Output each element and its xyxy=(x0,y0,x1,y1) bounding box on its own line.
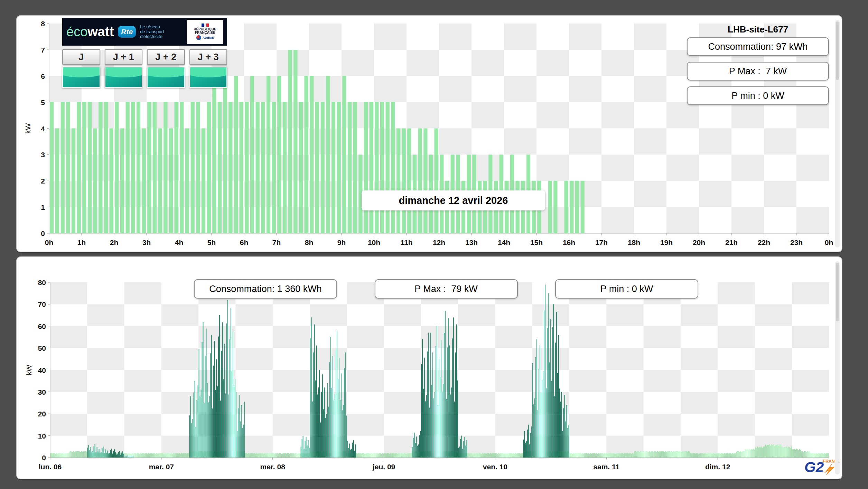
x-tick-label: 6h xyxy=(240,238,249,246)
x-tick-label: lun. 06 xyxy=(39,463,62,471)
x-tick-label: 0h xyxy=(45,238,54,246)
ademe-icon xyxy=(196,35,201,40)
scrollbar-top[interactable] xyxy=(835,20,840,247)
tab-j3[interactable]: J + 3 xyxy=(189,49,227,65)
y-tick-label: 40 xyxy=(38,366,46,374)
ecowatt-brand-eco: éco xyxy=(66,25,87,39)
scrollbar-thumb[interactable] xyxy=(836,263,839,321)
x-axis-labels: lun. 06mar. 07mer. 08jeu. 09ven. 10sam. … xyxy=(39,458,829,471)
checkerboard-grid xyxy=(50,282,829,458)
forecast-thumbnail-j1[interactable] xyxy=(105,67,143,88)
x-tick-label: 2h xyxy=(110,238,119,246)
x-tick-label: 7h xyxy=(272,238,281,246)
x-tick-label: 11h xyxy=(400,238,412,246)
y-tick-label: 8 xyxy=(41,20,45,28)
week-stat-consommation: Consommation: 1 360 kWh xyxy=(194,279,337,299)
y-axis-labels: 012345678 xyxy=(41,20,49,237)
x-tick-label: 0h xyxy=(825,238,833,246)
stat-pmax: P Max : 7 kW xyxy=(687,62,829,81)
ecowatt-brand: écowatt xyxy=(66,25,114,39)
x-tick-label: 23h xyxy=(790,238,803,246)
scrollbar-thumb[interactable] xyxy=(836,21,839,80)
lightning-icon xyxy=(824,463,836,476)
weekly-chart-panel: 01020304050607080lun. 06mar. 07mer. 08je… xyxy=(16,256,842,479)
y-axis-title: kW xyxy=(25,365,33,375)
y-axis-title: kW xyxy=(24,123,32,134)
tab-j1[interactable]: J + 1 xyxy=(105,49,143,65)
y-tick-label: 30 xyxy=(38,388,46,396)
week-stat-pmax: P Max : 79 kW xyxy=(375,279,518,299)
y-tick-label: 80 xyxy=(38,279,46,286)
y-tick-label: 5 xyxy=(41,98,45,106)
y-tick-label: 4 xyxy=(41,125,45,133)
forecast-thumbnail-j2[interactable] xyxy=(147,67,185,88)
x-tick-label: 22h xyxy=(758,238,770,246)
tab-j[interactable]: J xyxy=(62,49,100,65)
x-tick-label: 19h xyxy=(660,238,673,246)
y-tick-label: 1 xyxy=(41,203,45,211)
french-flag-icon xyxy=(202,23,209,27)
x-tick-label: 15h xyxy=(530,238,543,246)
g2e-logo-text: G2 xyxy=(804,459,824,475)
ecowatt-brand-watt: watt xyxy=(87,25,114,39)
stat-consommation: Consommation: 97 kWh xyxy=(687,37,829,56)
y-tick-label: 3 xyxy=(41,151,45,159)
y-tick-label: 0 xyxy=(41,229,45,237)
scrollbar-bottom[interactable] xyxy=(835,261,840,474)
x-tick-label: 14h xyxy=(498,238,510,246)
republique-francaise-text: RÉPUBLIQUE FRANÇAISE xyxy=(194,28,216,35)
x-tick-label: mar. 07 xyxy=(149,463,174,471)
ecowatt-logo: écowatt Rte Le réseau de transport d'éle… xyxy=(62,18,227,46)
week-stat-pmin: P min : 0 kW xyxy=(555,279,698,299)
republique-francaise-logo: RÉPUBLIQUE FRANÇAISE ADEME xyxy=(187,20,223,44)
x-tick-label: 5h xyxy=(207,238,216,246)
x-tick-label: ven. 10 xyxy=(483,463,507,471)
y-tick-label: 60 xyxy=(38,322,46,330)
x-tick-label: 12h xyxy=(433,238,445,246)
rte-tagline: Le réseau de transport d'électricité xyxy=(140,25,164,39)
y-tick-label: 7 xyxy=(41,46,45,54)
y-axis-labels: 01020304050607080 xyxy=(38,279,50,462)
x-tick-label: 4h xyxy=(175,238,184,246)
x-tick-label: 3h xyxy=(142,238,151,246)
ademe-logo: ADEME xyxy=(196,35,214,40)
y-tick-label: 10 xyxy=(38,432,46,440)
y-tick-label: 20 xyxy=(38,410,46,418)
forecast-thumbnails xyxy=(62,67,227,88)
x-axis-labels: 0h1h2h3h4h5h6h7h8h9h10h11h12h13h14h15h16… xyxy=(45,233,833,246)
x-tick-label: 13h xyxy=(465,238,478,246)
rte-logo: Rte xyxy=(118,26,136,38)
x-tick-label: mer. 08 xyxy=(260,463,286,471)
x-tick-label: 8h xyxy=(305,238,314,246)
forecast-thumbnail-j3[interactable] xyxy=(189,67,227,88)
stat-pmin: P min : 0 kW xyxy=(687,86,829,105)
y-tick-label: 50 xyxy=(38,344,46,352)
x-tick-label: 9h xyxy=(337,238,346,246)
weekly-consumption-chart: 01020304050607080lun. 06mar. 07mer. 08je… xyxy=(25,278,843,476)
site-title: LHB-site-L677 xyxy=(687,24,829,35)
weekly-stats: Consommation: 1 360 kWh P Max : 79 kW P … xyxy=(194,279,698,299)
x-tick-label: sam. 11 xyxy=(593,463,619,471)
daily-chart-panel: 0123456780h1h2h3h4h5h6h7h8h9h10h11h12h13… xyxy=(16,15,842,252)
x-tick-label: 16h xyxy=(563,238,575,246)
y-tick-label: 70 xyxy=(38,300,46,308)
x-tick-label: 1h xyxy=(77,238,86,246)
y-tick-label: 2 xyxy=(41,177,45,185)
x-tick-label: 17h xyxy=(595,238,608,246)
x-tick-label: jeu. 09 xyxy=(372,463,395,471)
x-tick-label: 20h xyxy=(693,238,705,246)
daily-stats: Consommation: 97 kWh P Max : 7 kW P min … xyxy=(687,37,829,105)
x-tick-label: 18h xyxy=(628,238,640,246)
forecast-thumbnail-j[interactable] xyxy=(62,67,100,88)
y-tick-label: 0 xyxy=(42,454,46,462)
tab-j2[interactable]: J + 2 xyxy=(147,49,185,65)
x-tick-label: 10h xyxy=(368,238,380,246)
x-tick-label: dim. 12 xyxy=(705,463,730,471)
date-label: dimanche 12 avril 2026 xyxy=(362,190,545,210)
day-tabs: J J + 1 J + 2 J + 3 xyxy=(62,49,227,65)
y-tick-label: 6 xyxy=(41,72,45,80)
x-tick-label: 21h xyxy=(725,238,738,246)
